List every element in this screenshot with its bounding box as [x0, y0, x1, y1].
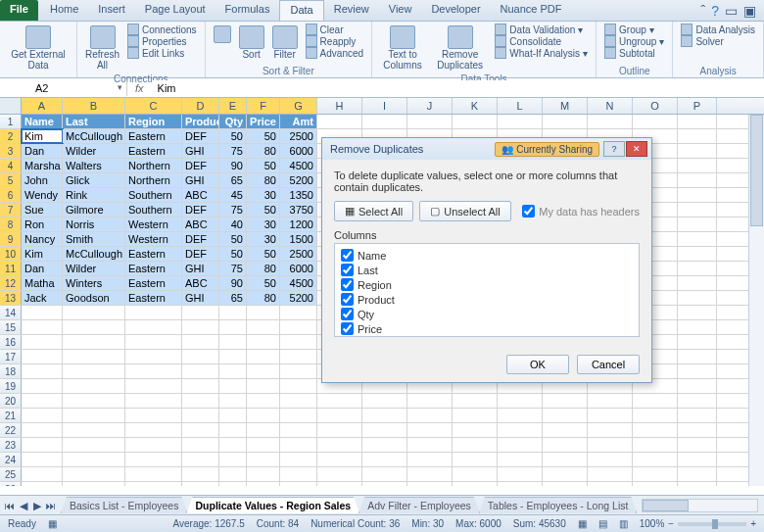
cell[interactable] — [22, 320, 63, 334]
cell[interactable] — [678, 291, 717, 305]
cell[interactable]: GHI — [182, 291, 219, 305]
column-header-B[interactable]: B — [63, 98, 125, 114]
column-checkbox-row[interactable]: Product — [341, 292, 633, 307]
column-header-P[interactable]: P — [678, 98, 717, 114]
cell[interactable] — [633, 409, 678, 422]
help-icon[interactable]: ? — [711, 3, 719, 19]
cell[interactable] — [280, 350, 317, 363]
cell[interactable]: Southern — [125, 203, 182, 217]
cell[interactable] — [317, 453, 362, 466]
cell[interactable]: Matha — [22, 276, 63, 290]
cell[interactable]: GHI — [182, 262, 219, 275]
cell[interactable] — [247, 350, 280, 363]
cell[interactable] — [219, 364, 247, 378]
cell[interactable]: Qty — [219, 115, 247, 128]
cell[interactable] — [678, 306, 717, 319]
cell[interactable] — [125, 350, 182, 363]
tab-review[interactable]: Review — [324, 0, 379, 21]
cell[interactable] — [63, 423, 125, 437]
cell[interactable]: Rink — [63, 188, 125, 202]
cell[interactable] — [22, 364, 63, 378]
cell[interactable] — [678, 247, 717, 261]
cell[interactable] — [678, 129, 717, 143]
cell[interactable] — [247, 306, 280, 319]
cell[interactable] — [22, 394, 63, 408]
cell[interactable] — [22, 482, 63, 486]
status-recording-icon[interactable]: ▦ — [48, 518, 57, 529]
cell[interactable] — [407, 453, 453, 466]
cell[interactable] — [125, 394, 182, 408]
cell[interactable] — [22, 379, 63, 393]
column-header-N[interactable]: N — [588, 98, 633, 114]
cell[interactable]: Winters — [63, 276, 125, 290]
row-header[interactable]: 8 — [0, 218, 22, 231]
select-all-button[interactable]: ▦Select All — [334, 201, 413, 221]
cell[interactable]: 1200 — [280, 218, 317, 231]
cell[interactable] — [453, 394, 498, 408]
cell[interactable] — [63, 438, 125, 452]
cell[interactable] — [633, 453, 678, 466]
cell[interactable] — [280, 394, 317, 408]
cell[interactable] — [219, 320, 247, 334]
cell[interactable]: DEF — [182, 203, 219, 217]
cell[interactable] — [125, 364, 182, 378]
headers-checkbox-label[interactable]: My data has headers — [522, 201, 640, 221]
cell[interactable] — [125, 379, 182, 393]
column-checkbox-row[interactable]: Price — [341, 321, 633, 336]
data-analysis-button[interactable]: Data Analysis — [679, 24, 757, 35]
columns-list[interactable]: NameLastRegionProductQtyPrice — [334, 243, 640, 337]
cell[interactable] — [219, 423, 247, 437]
cell[interactable]: 6000 — [280, 144, 317, 158]
advanced-button[interactable]: Advanced — [304, 47, 365, 59]
cell[interactable] — [219, 350, 247, 363]
cell[interactable] — [678, 364, 717, 378]
cell[interactable] — [247, 335, 280, 349]
cell[interactable] — [588, 453, 633, 466]
row-header[interactable]: 21 — [0, 409, 22, 422]
sort-az-button[interactable] — [212, 24, 233, 45]
tab-data[interactable]: Data — [279, 0, 323, 21]
cell[interactable] — [678, 394, 717, 408]
column-checkbox-row[interactable]: Name — [341, 248, 633, 263]
cell[interactable] — [247, 453, 280, 466]
column-header-E[interactable]: E — [219, 98, 247, 114]
consolidate-button[interactable]: Consolidate — [493, 35, 590, 47]
get-external-data-button[interactable]: Get External Data — [6, 24, 71, 73]
cell[interactable]: DEF — [182, 129, 219, 143]
cell[interactable]: Eastern — [125, 144, 182, 158]
sheet-tab-advfilter[interactable]: Adv Filter - Employees — [358, 497, 480, 513]
cell[interactable] — [498, 423, 543, 437]
cell[interactable]: Northern — [125, 159, 182, 172]
cell[interactable]: 50 — [247, 247, 280, 261]
row-header[interactable]: 20 — [0, 394, 22, 408]
cell[interactable] — [407, 423, 453, 437]
cell[interactable]: 4500 — [280, 276, 317, 290]
cell[interactable] — [182, 453, 219, 466]
row-header[interactable]: 4 — [0, 159, 22, 172]
row-header[interactable]: 11 — [0, 262, 22, 275]
cell[interactable] — [317, 482, 362, 486]
cell[interactable]: Wendy — [22, 188, 63, 202]
cell[interactable]: Nancy — [22, 232, 63, 246]
cell[interactable] — [247, 438, 280, 452]
cell[interactable] — [280, 438, 317, 452]
cell[interactable]: 30 — [247, 188, 280, 202]
cell[interactable]: ABC — [182, 218, 219, 231]
column-header-A[interactable]: A — [22, 98, 63, 114]
cell[interactable]: 2500 — [280, 247, 317, 261]
cell[interactable]: 50 — [219, 232, 247, 246]
cell[interactable] — [125, 438, 182, 452]
cell[interactable] — [678, 262, 717, 275]
tab-home[interactable]: Home — [40, 0, 88, 21]
cell[interactable] — [588, 409, 633, 422]
cell[interactable]: 75 — [219, 203, 247, 217]
cell[interactable]: 65 — [219, 173, 247, 187]
cell[interactable] — [22, 409, 63, 422]
cell[interactable] — [182, 320, 219, 334]
column-header-I[interactable]: I — [362, 98, 407, 114]
cell[interactable] — [588, 423, 633, 437]
cell[interactable] — [63, 482, 125, 486]
cell[interactable] — [219, 453, 247, 466]
row-header[interactable]: 14 — [0, 306, 22, 319]
cell[interactable] — [498, 438, 543, 452]
